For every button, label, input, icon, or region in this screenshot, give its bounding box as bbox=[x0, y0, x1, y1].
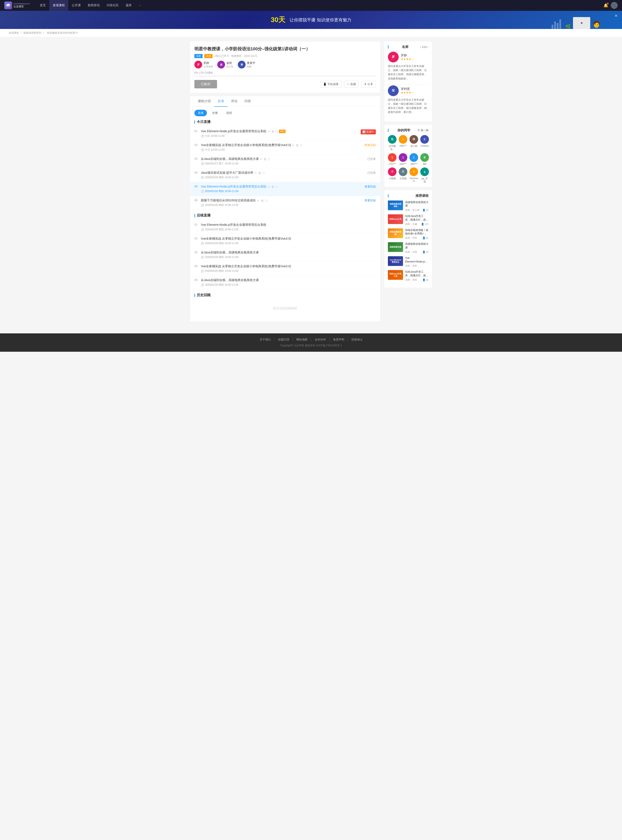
prev-teacher-icon[interactable]: ‹ bbox=[420, 46, 421, 49]
classmate-avatar: 1 bbox=[388, 153, 396, 162]
breadcrumb-series[interactable]: 新媒体营销系列 bbox=[23, 31, 41, 34]
list-item[interactable]: 前端全栈加强版 前端全栈加强版！前端全栈+全周期+多端应用 讲师：岱田 👤 56 bbox=[388, 228, 428, 240]
teacher-item-3: 青 青青平 助教 bbox=[238, 61, 255, 69]
lesson-title: 从Java后端到全栈，高级电商全栈系统大课 ✏ 🗑 ⬡ bbox=[201, 157, 365, 161]
sub-tab-record[interactable]: 录播 bbox=[209, 110, 221, 116]
lesson-number: 02 bbox=[194, 143, 201, 147]
rec-lecturer-1: 讲师：张小锋 bbox=[405, 208, 419, 212]
classmates-title-left: 你的同学 bbox=[397, 128, 410, 133]
teacher-name-3: 青青平 bbox=[247, 61, 255, 65]
tab-intro[interactable]: 课程介绍 bbox=[194, 96, 214, 107]
teacher-name-1: 罗静 bbox=[203, 61, 213, 65]
list-item[interactable]: 玩转Java工具 玩转Java开发工具，精通JUC，成为开发多面手 讲师：王姗 … bbox=[388, 214, 428, 226]
delete-icon[interactable]: 🗑 bbox=[261, 199, 264, 202]
collect-button[interactable]: ☆ 收藏 bbox=[344, 81, 359, 88]
clock-icon: 🕐 bbox=[201, 270, 204, 273]
nav-item-news[interactable]: 新闻资讯 bbox=[84, 0, 103, 11]
nav-logo[interactable]: yunduoketang.com 云朵课堂 bbox=[4, 2, 30, 9]
today-live-title: 今日直播 bbox=[194, 116, 376, 127]
copy-icon[interactable]: ⬡ bbox=[265, 199, 267, 202]
change-classmates-button[interactable]: ↻ 换一换 bbox=[418, 128, 428, 132]
copy-icon[interactable]: ⬡ bbox=[262, 171, 265, 174]
classmate-avatar: 张 bbox=[410, 135, 418, 144]
classmate-avatar: 化 bbox=[388, 135, 396, 144]
lesson-time: 🕐 2020/02/26 周四 10:00-11:00 bbox=[201, 176, 365, 179]
copy-icon[interactable]: ⬡ bbox=[268, 157, 270, 161]
clock-icon: 🕐 bbox=[201, 190, 204, 193]
nav-item-home[interactable]: 首页 bbox=[36, 0, 49, 11]
share-button[interactable]: ⬆ 分享 bbox=[361, 81, 376, 88]
phone-watch-button[interactable]: 📱 手机观看 bbox=[320, 81, 341, 88]
copy-icon[interactable]: ⬡ bbox=[275, 130, 278, 133]
classmate-avatar: 1 bbox=[399, 135, 407, 144]
list-item[interactable]: 高级电商全线 高级电商全线系统大课 讲师：冷画 👤 40 bbox=[388, 242, 428, 254]
replay-status[interactable]: 查看回放 bbox=[364, 185, 376, 188]
nav-item-questions[interactable]: 题库 bbox=[122, 0, 135, 11]
buy-button[interactable]: 已购买 bbox=[194, 80, 217, 89]
table-row: 03 从Java后端到全栈，高级电商全栈系统大课 ✏ 🗑 ⬡ 🕐 2020/02… bbox=[194, 154, 376, 168]
banner-number: 30天 bbox=[271, 15, 285, 24]
list-item[interactable]: Vue Element管理后台 Vue Element+Node.js开发企业通… bbox=[388, 256, 428, 268]
breadcrumb-home[interactable]: 发现课程 bbox=[9, 31, 19, 34]
sub-tab-offline[interactable]: 面授 bbox=[223, 110, 235, 116]
sub-tab-live[interactable]: 直播 bbox=[194, 110, 207, 116]
lesson-status: 📊 直播中 bbox=[361, 130, 376, 134]
lesson-status: 查看回放 bbox=[364, 199, 376, 202]
sidebar: 名师 ‹ 1/10 › 罗 罗静 ★★★★☆ 国内某重点大学安全工程专业硕士，国… bbox=[384, 41, 432, 325]
edit-icon[interactable]: ✏ bbox=[268, 130, 270, 133]
delete-icon[interactable]: 🗑 bbox=[264, 157, 267, 161]
delete-icon[interactable]: 🗑 bbox=[271, 185, 274, 188]
ended-status: 已结束 bbox=[367, 157, 376, 160]
teacher-role-3: 助教 bbox=[247, 65, 255, 68]
edit-icon[interactable]: ✏ bbox=[257, 199, 259, 202]
list-item[interactable]: 高级电商全线系统 高级电商全线系统大课 讲师：张小锋 👤 34 bbox=[388, 200, 428, 212]
replay-status[interactable]: 查看回放 bbox=[364, 199, 376, 202]
delete-icon[interactable]: 🗑 bbox=[271, 130, 274, 133]
classmate-name: qq_天涯 bbox=[420, 177, 429, 183]
nav-item-courses[interactable]: 发现课程 bbox=[49, 0, 68, 11]
teacher-avatar-3: 青 bbox=[238, 61, 245, 69]
delete-icon[interactable]: 🗑 bbox=[296, 144, 299, 147]
lesson-time: 🕐 2020/02/26 周四 10:00-11:00 bbox=[201, 241, 376, 245]
main-content: 明星中教授课，小学阶段语法100分–强化级第1讲动词（一） 直播 录播 246人… bbox=[190, 41, 380, 325]
delete-icon[interactable]: 🗑 bbox=[258, 171, 261, 174]
sub-tabs: 直播 录播 面授 bbox=[190, 107, 380, 116]
edit-icon[interactable]: ✏ bbox=[268, 185, 270, 188]
footer-link-partner[interactable]: 合作伙伴 bbox=[311, 338, 329, 342]
copy-icon[interactable]: ⬡ bbox=[275, 185, 278, 188]
notification-bell-icon[interactable]: 🔔 bbox=[604, 3, 608, 8]
lesson-time: 🕐 2020/02/26 周四 10:00-11:00 bbox=[201, 228, 376, 231]
course-teachers: 罗 罗静 主讲老师 凌 凌荷 班主任 青 青青平 bbox=[194, 61, 376, 69]
tag-live: 直播 bbox=[194, 54, 203, 58]
rec-count-6: 👤 46 bbox=[422, 278, 428, 281]
tab-catalog[interactable]: 目录 bbox=[214, 96, 228, 107]
sidebar-teacher-avatar-1: 罗 bbox=[388, 52, 399, 63]
edit-icon[interactable]: ✏ bbox=[260, 157, 262, 161]
next-teacher-icon[interactable]: › bbox=[428, 46, 428, 49]
rec-lecturer-5: 讲师：张田 bbox=[405, 264, 417, 267]
sidebar-teacher-2: 宋 宋利坚 ★★★★☆ 国内某重点大学安全工程专业硕士，国家一级注册消防工程师、… bbox=[388, 86, 428, 115]
teachers-pagination: ‹ 1/10 › bbox=[420, 46, 428, 49]
edit-icon[interactable]: ✏ bbox=[255, 171, 257, 174]
thumb-text: 玩转Java工具 bbox=[389, 217, 402, 221]
copy-icon[interactable]: ⬡ bbox=[300, 144, 302, 147]
nav-item-qa[interactable]: 问答社区 bbox=[103, 0, 122, 11]
banner-close-icon[interactable]: ✕ bbox=[614, 14, 618, 18]
edit-icon[interactable]: ✏ bbox=[292, 144, 294, 147]
footer-link-disclaimer[interactable]: 免责声明 bbox=[329, 338, 348, 342]
nav-item-more[interactable]: ··· bbox=[135, 0, 145, 11]
sidebar-teacher-desc-2: 国内某重点大学安全工程专业硕士，国家一级注册消防工程师、注册安全工程师、级注册建… bbox=[388, 98, 428, 115]
tab-qa[interactable]: 问答 bbox=[241, 96, 255, 107]
footer-link-about[interactable]: 关于我们 bbox=[256, 338, 274, 342]
lesson-title: Vue全家桶实战 从零独立开发企业级小米电商系统(免费升级Vue3.0) ✏ 🗑… bbox=[201, 143, 363, 147]
footer-link-join[interactable]: 招资纳士 bbox=[348, 338, 366, 342]
tab-review[interactable]: 评论 bbox=[228, 96, 241, 107]
user-avatar[interactable]: 👤 bbox=[611, 2, 618, 9]
classmate-name: 化学教书... bbox=[388, 145, 396, 151]
list-item[interactable]: 玩转Java开发工具 玩转Java开发工具，精通JUC，成为开发多面手 讲师：岱… bbox=[388, 270, 428, 281]
footer-link-franchise[interactable]: 加盟代理 bbox=[274, 338, 293, 342]
lesson-status: 查看回放 bbox=[364, 185, 376, 189]
nav-item-open[interactable]: 公开课 bbox=[68, 0, 84, 11]
footer-link-sitemap[interactable]: 网站地图 bbox=[293, 338, 311, 342]
list-item: 化 化学教书... bbox=[388, 135, 396, 151]
